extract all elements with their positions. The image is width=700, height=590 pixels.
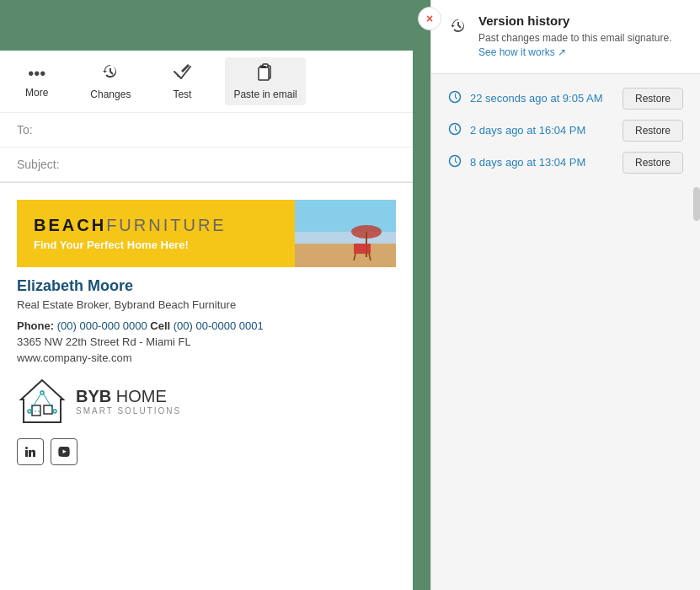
changes-icon (101, 62, 120, 85)
address: 3365 NW 22th Street Rd - Miami FL (17, 335, 396, 348)
banner-subtitle: Find Your Perfect Home Here! (34, 239, 278, 251)
banner-text: BEACHFURNITURE Find Your Perfect Home He… (17, 200, 295, 267)
email-fields: To: Subject: (0, 113, 413, 183)
more-icon: ••• (28, 64, 45, 83)
svg-rect-4 (261, 66, 266, 68)
byb-text: BYB HOME SMART SOLUTIONS (76, 387, 181, 416)
more-label: More (25, 87, 48, 99)
toolbar-changes[interactable]: Changes (82, 57, 139, 105)
byb-light: HOME (111, 387, 167, 405)
version-time-1: 2 days ago at 16:04 PM (470, 124, 614, 137)
byb-brand: BYB HOME (76, 387, 181, 406)
svg-point-17 (40, 391, 44, 394)
phone-number: (00) 000-000 0000 (57, 319, 147, 332)
history-icon (448, 15, 468, 40)
svg-rect-6 (295, 242, 396, 267)
person-title: Real Estate Broker, Bybrand Beach Furnit… (17, 298, 396, 311)
svg-marker-13 (21, 380, 63, 422)
banner-image (295, 200, 396, 267)
svg-line-20 (44, 394, 53, 410)
svg-rect-3 (259, 67, 269, 80)
panel-header: Version history Past changes made to thi… (431, 0, 700, 74)
to-label: To: (17, 123, 33, 137)
version-clock-0 (448, 90, 462, 107)
scrollbar[interactable] (693, 187, 700, 221)
website: www.company-site.com (17, 351, 396, 364)
panel-title: Version history (478, 13, 683, 28)
version-list: 22 seconds ago at 9:05 AM Restore 2 days… (431, 74, 700, 187)
to-field[interactable]: To: (0, 113, 413, 148)
close-icon: × (426, 13, 433, 24)
panel-header-text: Version history Past changes made to thi… (478, 13, 683, 60)
linkedin-button[interactable] (17, 438, 44, 465)
toolbar-test[interactable]: Test (164, 57, 200, 105)
signature-area: BEACHFURNITURE Find Your Perfect Home He… (0, 183, 413, 590)
version-item-1: 2 days ago at 16:04 PM Restore (448, 120, 683, 142)
paste-label: Paste in email (233, 88, 297, 100)
svg-rect-10 (354, 244, 371, 254)
subject-label: Subject: (17, 158, 60, 171)
restore-button-0[interactable]: Restore (623, 88, 683, 110)
person-name: Elizabeth Moore (17, 277, 396, 295)
panel-desc-text: Past changes made to this email signatur… (478, 32, 671, 44)
svg-point-16 (28, 410, 31, 413)
main-area: ••• More Changes Test (0, 51, 413, 590)
svg-point-18 (53, 410, 56, 413)
toolbar-more[interactable]: ••• More (17, 59, 56, 104)
restore-button-2[interactable]: Restore (623, 152, 683, 174)
svg-line-19 (31, 394, 40, 410)
social-icons (17, 438, 396, 465)
version-clock-2 (448, 154, 462, 171)
changes-label: Changes (90, 88, 131, 100)
toolbar-paste[interactable]: Paste in email (225, 57, 305, 105)
version-time-2: 8 days ago at 13:04 PM (470, 156, 614, 169)
scrollbar-area (431, 187, 700, 590)
byb-bold: BYB (76, 387, 111, 405)
toolbar: ••• More Changes Test (0, 51, 413, 113)
house-icon (17, 376, 67, 426)
subject-field[interactable]: Subject: (0, 148, 413, 182)
close-button[interactable]: × (418, 7, 441, 30)
version-time-0: 22 seconds ago at 9:05 AM (470, 92, 614, 105)
see-how-link[interactable]: See how it works ↗ (478, 46, 566, 58)
version-clock-1 (448, 122, 462, 139)
cell-number: (00) 00-0000 0001 (174, 319, 264, 332)
phone-label: Phone: (17, 319, 54, 332)
banner-title-light: FURNITURE (106, 216, 227, 234)
banner-title: BEACHFURNITURE (34, 216, 278, 235)
panel-desc: Past changes made to this email signatur… (478, 31, 683, 60)
logo-area: BYB HOME SMART SOLUTIONS (17, 376, 396, 426)
version-panel: × Version history Past changes made to t… (430, 0, 700, 590)
paste-icon (256, 62, 275, 85)
banner-title-bold: BEACH (34, 216, 106, 234)
version-item-0: 22 seconds ago at 9:05 AM Restore (448, 88, 683, 110)
byb-sub: SMART SOLUTIONS (76, 406, 181, 416)
signature-banner: BEACHFURNITURE Find Your Perfect Home He… (17, 200, 396, 267)
cell-label: Cell (150, 319, 170, 332)
test-icon (173, 62, 191, 85)
version-item-2: 8 days ago at 13:04 PM Restore (448, 152, 683, 174)
restore-button-1[interactable]: Restore (623, 120, 683, 142)
test-label: Test (173, 88, 191, 100)
youtube-button[interactable] (51, 438, 77, 465)
contact-info: Phone: (00) 000-000 0000 Cell (00) 00-00… (17, 319, 396, 332)
